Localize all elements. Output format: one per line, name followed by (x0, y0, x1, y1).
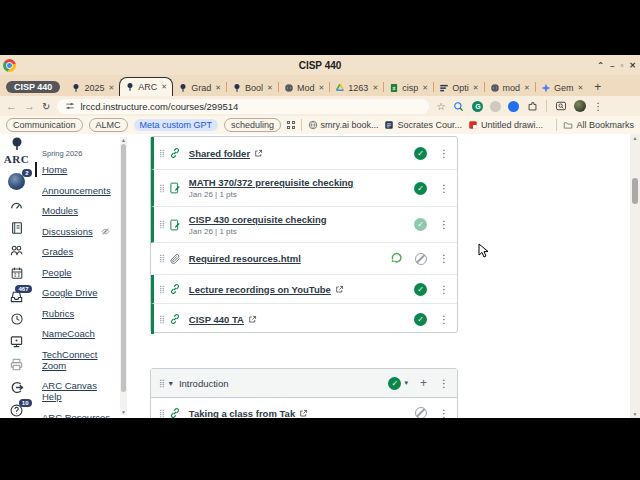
item-kebab-icon[interactable]: ⋮ (439, 219, 449, 230)
drag-handle-icon[interactable]: ⣿ (159, 149, 164, 158)
published-check-icon[interactable]: ✓ (414, 313, 427, 326)
tab-arc-active[interactable]: ARC ✕ (119, 77, 173, 96)
bookmark-untitled-drawing[interactable]: Untitled drawi... (468, 120, 543, 130)
item-title-link[interactable]: Required resources.html (189, 253, 301, 264)
item-kebab-icon[interactable]: ⋮ (439, 408, 449, 419)
nav-item-techconnect-zoom[interactable]: TechConnect Zoom (42, 349, 119, 371)
drag-handle-icon[interactable]: ⣿ (159, 254, 164, 263)
tab-close-icon[interactable]: ✕ (473, 84, 479, 92)
arc-logo[interactable]: ARC (4, 137, 29, 165)
drag-handle-icon[interactable]: ⣿ (159, 409, 164, 418)
nav-item-people[interactable]: People (42, 267, 119, 278)
tab-close-icon[interactable]: ✕ (422, 84, 428, 92)
sync-icon[interactable] (390, 250, 403, 268)
scrollbar-thumb[interactable] (632, 178, 638, 204)
lens-search-icon[interactable] (452, 100, 465, 113)
tab-mod-1[interactable]: Mod ✕ (279, 79, 329, 96)
item-kebab-icon[interactable]: ⋮ (439, 148, 449, 159)
tab-close-icon[interactable]: ✕ (108, 84, 114, 92)
tab-close-icon[interactable]: ✕ (524, 84, 530, 92)
item-kebab-icon[interactable]: ⋮ (439, 253, 449, 264)
item-title-link[interactable]: MATH 370/372 prerequisite checking (189, 177, 354, 188)
dashboard-button[interactable] (8, 198, 26, 213)
page-scrollbar[interactable]: ▲ ▼ (630, 134, 640, 418)
calendar-button[interactable] (8, 266, 26, 280)
tab-group-meta-custom-gpt[interactable]: Meta custom GPT (134, 119, 219, 131)
published-check-muted-icon[interactable]: ✓ (414, 218, 427, 231)
item-title-link[interactable]: Shared folder (189, 148, 250, 159)
publish-menu-caret-icon[interactable]: ▾ (404, 379, 408, 387)
module-published-check-icon[interactable]: ✓ (388, 377, 401, 390)
tab-group-almc[interactable]: ALMC (89, 118, 128, 132)
nav-item-rubrics[interactable]: Rubrics (42, 308, 119, 319)
account-button[interactable]: 2 (8, 173, 26, 190)
nav-item-home[interactable]: Home (42, 164, 119, 175)
extensions-icon[interactable] (526, 100, 539, 113)
tab-close-icon[interactable]: ✕ (267, 84, 273, 92)
item-title-link[interactable]: CISP 430 corequisite checking (189, 214, 327, 225)
tab-search-icon[interactable] (554, 100, 567, 113)
profile-avatar[interactable] (574, 100, 586, 112)
drag-handle-icon[interactable]: ⣿ (159, 184, 164, 193)
studio-button[interactable] (8, 334, 26, 349)
groups-button[interactable] (8, 243, 26, 258)
nav-item-arc-resources[interactable]: ARC Resources (42, 412, 119, 419)
tab-group-scheduling[interactable]: scheduling (224, 118, 281, 132)
minimize-button[interactable]: – (610, 61, 614, 70)
printer-app-button[interactable] (8, 357, 26, 372)
unpublished-icon[interactable] (415, 407, 427, 418)
new-tab-button[interactable]: + (594, 80, 601, 94)
all-bookmarks-button[interactable]: All Bookmarks (563, 120, 634, 130)
tab-gem[interactable]: Gem ✕ (536, 79, 588, 96)
tab-close-icon[interactable]: ✕ (372, 84, 378, 92)
tab-mod-2[interactable]: mod ✕ (485, 79, 535, 96)
tab-group-chip[interactable]: CISP 440 (6, 81, 60, 93)
module-kebab-icon[interactable]: ⋮ (439, 378, 449, 389)
forward-button[interactable]: → (24, 100, 35, 112)
apps-grid-icon[interactable] (287, 121, 295, 129)
courses-button[interactable] (8, 221, 26, 235)
item-title-link[interactable]: Taking a class from Tak (189, 408, 295, 419)
commons-button[interactable] (8, 380, 26, 395)
tab-close-icon[interactable]: ✕ (215, 84, 221, 92)
tab-cisp[interactable]: cisp ✕ (384, 79, 433, 96)
address-bar[interactable]: lrccd.instructure.com/courses/299514 (57, 99, 429, 114)
item-title-link[interactable]: Lecture recordings on YouTube (189, 284, 331, 295)
reload-button[interactable]: ↻ (42, 101, 50, 112)
bookmark-star-icon[interactable]: ☆ (436, 101, 445, 112)
drag-handle-icon[interactable]: ⣿ (159, 220, 164, 229)
item-kebab-icon[interactable]: ⋮ (439, 284, 449, 295)
tab-close-icon[interactable]: ✕ (577, 84, 583, 92)
scroll-down-icon[interactable]: ▼ (630, 411, 640, 417)
item-kebab-icon[interactable]: ⋮ (439, 183, 449, 194)
published-check-icon[interactable]: ✓ (414, 147, 427, 160)
gray-extension-icon[interactable] (490, 101, 501, 112)
scroll-up-icon[interactable]: ▲ (120, 137, 127, 143)
history-button[interactable] (8, 312, 26, 326)
tab-grad[interactable]: Grad ✕ (173, 79, 226, 96)
drag-handle-icon[interactable]: ⣿ (159, 379, 164, 388)
scroll-up-icon[interactable]: ▲ (630, 135, 640, 141)
item-title-link[interactable]: CISP 440 TA (189, 314, 244, 325)
published-check-icon[interactable]: ✓ (414, 182, 427, 195)
blue-extension-icon[interactable] (508, 101, 519, 112)
nav-item-google-drive[interactable]: Google Drive (42, 287, 119, 298)
browser-menu-icon[interactable]: ⋮ (593, 101, 603, 112)
course-nav-scrollbar[interactable]: ▲ ▼ (120, 137, 127, 415)
grammarly-extension-icon[interactable]: G (472, 101, 483, 112)
maximize-button[interactable]: ▫ (620, 61, 623, 70)
inbox-button[interactable]: 467 (8, 289, 26, 304)
unpublished-icon[interactable] (415, 253, 427, 265)
item-kebab-icon[interactable]: ⋮ (439, 314, 449, 325)
tab-close-icon[interactable]: ✕ (161, 83, 167, 91)
tab-group-communication[interactable]: Communication (6, 118, 83, 132)
nav-item-modules[interactable]: Modules (42, 205, 119, 216)
bookmark-socrates[interactable]: Socrates Cour... (384, 120, 462, 130)
drag-handle-icon[interactable]: ⣿ (159, 315, 164, 324)
nav-item-grades[interactable]: Grades (42, 246, 119, 257)
scrollbar-thumb[interactable] (121, 144, 126, 392)
close-window-button[interactable]: ✕ (629, 61, 636, 70)
tab-2025[interactable]: 2025 ✕ (66, 79, 119, 96)
nav-item-arc-canvas-help[interactable]: ARC Canvas Help (42, 380, 119, 402)
nav-item-announcements[interactable]: Announcements (42, 185, 119, 196)
